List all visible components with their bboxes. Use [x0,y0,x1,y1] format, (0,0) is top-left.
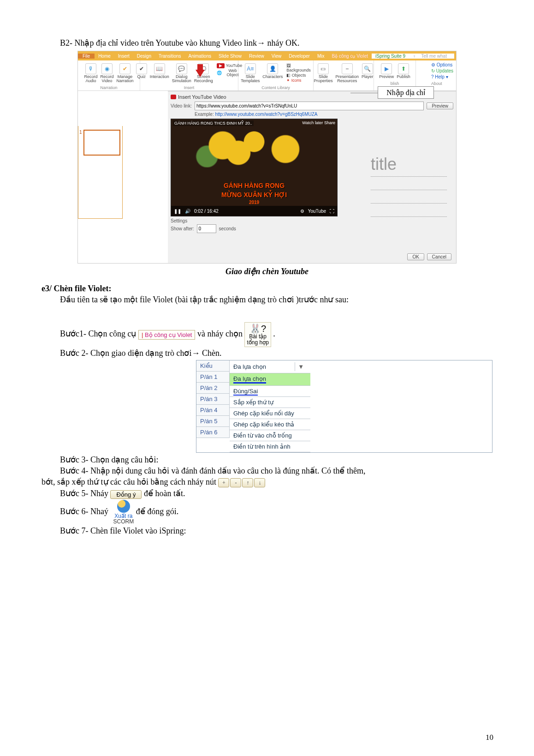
kieu-option[interactable]: Điền từ vào chỗ trống [230,430,310,441]
slide-templates-icon[interactable]: A≡SlideTemplates [241,63,260,83]
baitap-tonghop-button[interactable]: 🐰? Bài tậptổng hợp [244,322,271,347]
red-arrow-annotation [196,70,205,77]
callout-label: Nhập địa chỉ [378,86,434,99]
record-audio-icon[interactable]: 🎙RecordAudio [84,63,97,83]
icons-button[interactable]: ✦ Icons [286,78,311,83]
b2-heading: B2- Nhập địa chỉ video trên Youtube vào … [60,38,492,48]
characters-icon[interactable]: 👤Characters [262,63,283,83]
tab-design[interactable]: Design [133,54,155,59]
fullscreen-icon[interactable]: ⛶ [330,209,334,214]
video-link-label: Video link: [171,103,192,108]
chevron-down-icon[interactable]: ▼ [295,362,307,371]
slide-panel: 1 [78,126,123,219]
player-controls[interactable]: ❚❚ 🔊 0:02 / 16:42 ⚙ YouTube ⛶ [171,206,337,216]
interaction-icon[interactable]: 📖Interaction [150,63,169,83]
tab-violet[interactable]: Bộ công cụ Violet [328,54,372,59]
tab-animations[interactable]: Animations [185,54,215,59]
kieu-option[interactable]: Điền từ trên hình ảnh [230,441,310,452]
up-button[interactable]: ↑ [242,478,253,487]
flower-image [176,131,332,168]
e3-intro: Đầu tiên ta sẽ tạo một file Violet (bài … [60,294,492,305]
gear-icon[interactable]: ⚙ [300,209,304,214]
step7: Bước 7- Chèn file Violet vào iSpring: [60,526,492,536]
preview-button[interactable]: Preview [427,102,453,109]
kieu-option[interactable]: Ghép cặp kiểu kéo thả [230,419,310,430]
reorder-buttons[interactable]: + - ↑ ↓ [218,478,265,487]
updates-link[interactable]: ↻ Updates [431,68,453,73]
kieu-option[interactable]: Sắp xếp thứ tự [230,397,310,408]
player-icon[interactable]: 🔍Player [362,63,374,83]
insert-youtube-dialog: Nhập địa chỉ Insert YouTube Video Video … [168,91,456,263]
plan-row: P/án 1 [196,372,230,383]
example-label: Example: http://www.youtube.com/watch?v=… [195,112,453,117]
tell-me[interactable]: ♀ Tell me what [409,54,454,59]
step6: Bước 6- Nhaý Xuất ra SCORM để đóng gói. [60,500,492,525]
backgrounds-button[interactable]: 🖼 Backgrounds [286,63,311,72]
slide-thumbnail[interactable]: 1 [79,130,120,215]
pause-icon[interactable]: ❚❚ [174,209,181,214]
plan-row: P/án 2 [196,383,230,394]
tab-slideshow[interactable]: Slide Show [215,54,245,59]
dongy-button[interactable]: Đồng ý [110,490,142,499]
plan-row: P/án 4 [196,405,230,416]
remove-button[interactable]: - [230,478,241,487]
kieu-option[interactable]: Ghép cặp kiểu nối dây [230,408,310,419]
cancel-button[interactable]: Cancel [427,253,451,260]
record-video-icon[interactable]: ◉RecordVideo [100,63,113,83]
help-link[interactable]: ? Help ▾ [431,74,453,79]
manage-narration-icon[interactable]: ✔ManageNarration [117,63,134,83]
youtube-icon [171,95,176,99]
example-link[interactable]: http://www.youtube.com/watch?v=gBSzHq6MU… [215,112,317,117]
add-button[interactable]: + [218,478,229,487]
title-placeholder: title [371,156,447,217]
step1: Bước1- Chọn công cụ | Bộ công cụ Violet … [60,322,492,347]
step4a: Bước 4- Nhập nội dung câu hỏi và đánh đá… [60,466,492,476]
plan-row: P/án 5 [196,416,230,427]
ribbon-tabs: File Home Insert Design Transitions Anim… [78,51,456,60]
publish-icon[interactable]: ⬆Publish [397,63,410,79]
objects-button[interactable]: ◧ Objects [286,73,311,78]
tab-transitions[interactable]: Transitions [155,54,185,59]
tab-ispring[interactable]: iSpring Suite 9 [372,54,409,59]
kieu-selected[interactable]: Đa lựa chọn▼ [230,360,310,373]
settings-label: Settings [171,218,453,223]
tab-home[interactable]: Home [95,54,114,59]
ok-button[interactable]: OK [407,253,424,260]
tab-review[interactable]: Review [245,54,268,59]
slide-properties-icon[interactable]: ▭SlideProperties [314,63,332,83]
step4b: bớt, sắp xếp thứ tự các câu hỏi bằng các… [42,477,492,487]
kieu-dropdown-table: Kiểu P/án 1 P/án 2 P/án 3 P/án 4 P/án 5 … [196,360,492,453]
presentation-resources-icon[interactable]: −PresentationResources [335,63,359,83]
step5: Bước 5- Nháy Đồng ý để hoàn tất. [60,488,492,498]
plan-row: P/án 3 [196,394,230,405]
page-number: 10 [486,733,493,742]
step3: Bước 3- Chọn dạng câu hỏi: [60,455,492,465]
tab-developer[interactable]: Developer [285,54,314,59]
tab-file[interactable]: File [78,54,95,59]
youtube-dialog-screenshot: File Home Insert Design Transitions Anim… [77,51,457,264]
preview-icon[interactable]: ▶Preview [379,63,394,79]
plan-row: P/án 6 [196,427,230,438]
caption-youtube: Giao diện chèn Youtube [42,266,492,276]
dialog-sim-icon[interactable]: 💬DialogSimulation [172,63,191,83]
e3-heading: e3/ Chèn file Violet: [42,284,492,294]
video-link-input[interactable] [195,102,424,110]
options-link[interactable]: ⚙ Options [431,62,453,67]
tab-mix[interactable]: Mix [314,54,328,59]
quiz-icon[interactable]: ✔Quiz [136,63,147,83]
video-preview: GÁNH HÀNG RONG THCS ĐINH MỸ 20..Watch la… [171,119,338,216]
export-scorm-button[interactable]: Xuất ra SCORM [113,500,134,525]
globe-icon [117,500,130,513]
kieu-option[interactable]: Đúng/Sai [230,386,310,397]
show-after-input[interactable] [197,224,216,233]
violet-tool-button[interactable]: | Bộ công cụ Violet [138,330,196,340]
tab-insert[interactable]: Insert [114,54,133,59]
down-button[interactable]: ↓ [254,478,265,487]
volume-icon[interactable]: 🔊 [185,209,190,214]
bunny-icon: 🐰? [249,324,266,334]
tab-view[interactable]: View [268,54,285,59]
step2: Bước 2- Chọn giao diện dạng trò chơi Chè… [60,348,492,358]
kieu-option[interactable]: Đa lựa chọn [230,373,310,386]
kieu-label: Kiểu [196,360,230,372]
